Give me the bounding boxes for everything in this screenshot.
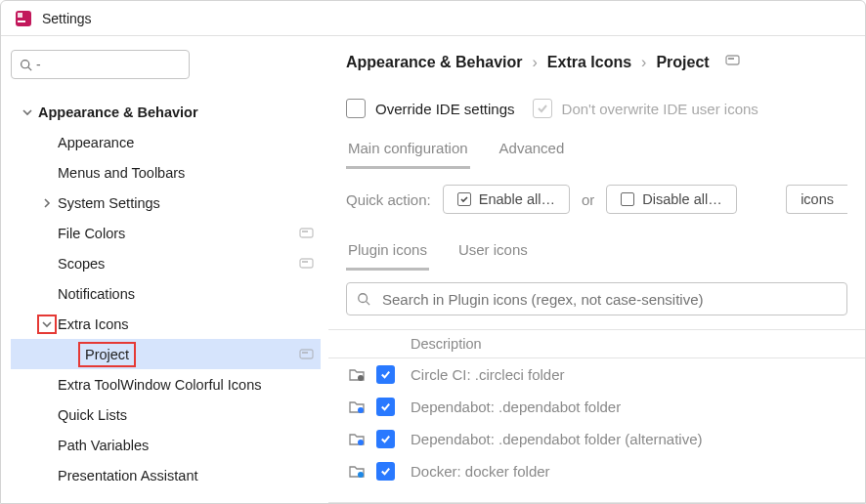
scope-tag-icon [299,257,315,271]
tree-item-label: Scopes [58,256,299,272]
search-field[interactable] [45,57,181,73]
content-panel: Appearance & Behavior › Extra Icons › Pr… [328,36,865,503]
tree-item[interactable]: File Colors [11,218,321,248]
options-row: Override IDE settings Don't overwrite ID… [328,71,865,128]
chevron-right-icon[interactable] [38,194,56,212]
svg-rect-9 [300,350,313,358]
tree-item-label: System Settings [58,195,315,211]
row-description: Docker: docker folder [403,463,865,480]
row-description: Dependabot: .dependabot folder [403,399,865,415]
row-checkbox[interactable] [368,365,403,384]
row-checkbox[interactable] [368,430,403,448]
tree-item[interactable]: Appearance [11,127,321,157]
table-row[interactable]: Circle CI: .circleci folder [328,358,865,391]
svg-rect-12 [728,58,734,60]
svg-rect-5 [300,229,313,237]
quick-label: Quick action: [346,191,431,208]
icon-tabs: Plugin icons User icons [328,220,865,271]
tree-item-label: Notifications [58,286,315,302]
plugin-search[interactable] [346,282,847,315]
svg-line-4 [28,66,31,69]
folder-icon [328,399,368,416]
checkbox-empty-icon [621,192,634,206]
tree-item[interactable]: Quick Lists [11,399,321,430]
tree-item-label: Project [79,343,135,366]
settings-tree: Appearance & Behavior AppearanceMenus an… [11,97,321,490]
tree-root-label: Appearance & Behavior [38,105,315,120]
breadcrumb-sep: › [641,54,646,71]
tree-item-label: Extra ToolWindow Colorful Icons [58,377,315,393]
table-row[interactable]: Dependabot: .dependabot folder [328,391,865,423]
breadcrumb-part: Appearance & Behavior [346,54,523,71]
tree-item-label: Presentation Assistant [58,468,315,483]
svg-rect-6 [302,231,308,232]
search-icon [20,59,32,71]
tree-item[interactable]: Presentation Assistant [11,460,321,490]
tree-item[interactable]: Extra Icons [11,309,321,339]
svg-point-13 [359,294,368,303]
search-input[interactable]: - [11,50,190,79]
scope-tag-icon [725,54,741,71]
row-checkbox[interactable] [368,462,403,481]
table-row[interactable]: Docker: docker folder [328,455,865,487]
disable-all-button[interactable]: Disable all… [606,185,736,214]
tree-item[interactable]: Project [11,339,321,369]
plugin-search-field[interactable] [380,290,837,309]
col-description: Description [403,336,865,352]
app-icon [15,10,32,27]
breadcrumb: Appearance & Behavior › Extra Icons › Pr… [328,54,865,71]
tree-item[interactable]: Scopes [11,248,321,278]
check-icon [536,102,549,115]
table-header: Description [328,330,865,358]
search-icon [357,292,370,306]
titlebar: Settings [1,1,865,36]
svg-rect-10 [302,352,308,354]
tab-user-icons[interactable]: User icons [456,235,530,271]
breadcrumb-part: Extra Icons [547,54,631,71]
scope-tag-icon [299,227,315,240]
chevron-down-icon[interactable] [19,104,36,121]
breadcrumb-part: Project [656,54,709,71]
checkbox-box [533,99,552,118]
svg-point-17 [358,440,364,445]
override-label: Override IDE settings [375,101,515,117]
svg-rect-11 [726,56,739,64]
checkbox-box [346,99,366,118]
svg-rect-7 [300,259,313,268]
svg-point-15 [358,375,364,381]
sidebar: - Appearance & Behavior AppearanceMenus … [1,36,328,503]
window-title: Settings [42,11,92,26]
tab-advanced[interactable]: Advanced [498,134,567,169]
tree-item-label: Extra Icons [58,316,315,332]
scope-tag-icon [299,348,315,361]
row-description: Circle CI: .circleci folder [403,366,865,383]
svg-point-3 [22,60,29,67]
svg-rect-2 [18,21,25,22]
tab-plugin-icons[interactable]: Plugin icons [346,235,429,271]
svg-line-14 [367,302,370,306]
svg-rect-1 [18,13,22,18]
svg-point-16 [358,407,364,413]
tree-item[interactable]: Menus and Toolbars [11,157,321,188]
checkbox-checked-icon [457,192,471,206]
svg-point-18 [358,472,364,478]
enable-all-button[interactable]: Enable all… [443,185,570,214]
tree-item-label: Path Variables [58,438,315,453]
breadcrumb-sep: › [533,54,538,71]
dont-overwrite-checkbox: Don't overwrite IDE user icons [533,99,758,118]
tree-item[interactable]: Path Variables [11,430,321,460]
table-row[interactable]: Dependabot: .dependabot folder (alternat… [328,423,865,455]
icons-button[interactable]: icons [786,185,847,214]
tree-item-label: Appearance [58,135,315,150]
row-description: Dependabot: .dependabot folder (alternat… [403,431,865,447]
chevron-down-icon[interactable] [38,315,56,333]
row-checkbox[interactable] [368,398,403,416]
tab-main[interactable]: Main configuration [346,134,470,169]
tree-item[interactable]: Extra ToolWindow Colorful Icons [11,369,321,399]
tree-item[interactable]: System Settings [11,188,321,218]
override-checkbox[interactable]: Override IDE settings [346,99,515,118]
tree-item[interactable]: Notifications [11,278,321,309]
folder-icon [328,463,368,481]
tree-root[interactable]: Appearance & Behavior [11,97,321,127]
svg-rect-8 [302,261,308,263]
